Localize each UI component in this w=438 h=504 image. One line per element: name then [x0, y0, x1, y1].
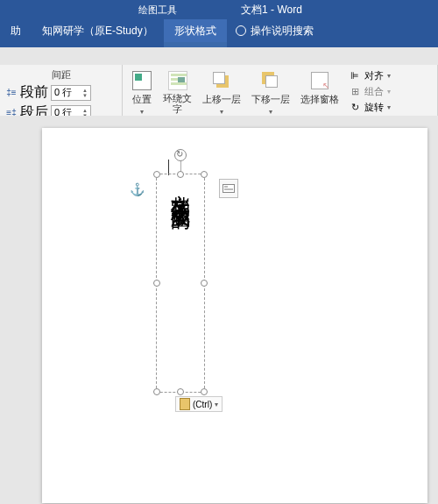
- bulb-icon: [236, 25, 246, 36]
- textbox-text[interactable]: 文档字体怎么变成竖的: [167, 180, 194, 197]
- resize-handle-bl[interactable]: [153, 388, 160, 395]
- group-icon: ⊞: [349, 86, 361, 98]
- rotate-label: 旋转: [364, 101, 384, 114]
- position-label: 位置: [132, 93, 152, 106]
- anchor-icon: ⚓: [130, 182, 145, 196]
- tab-shape-format[interactable]: 形状格式: [164, 19, 227, 42]
- wrap-icon: [168, 71, 187, 90]
- textbox[interactable]: 文档字体怎么变成竖的: [156, 174, 205, 393]
- resize-handle-l[interactable]: [153, 280, 160, 287]
- align-icon: ⊫: [349, 70, 361, 82]
- align-button[interactable]: ⊫ 对齐 ▾: [346, 68, 393, 83]
- selection-pane-icon: [311, 72, 328, 89]
- spacing-before-value: 0 行: [54, 86, 72, 99]
- bring-forward-icon: [213, 72, 230, 89]
- group-label-btn: 组合: [364, 85, 384, 98]
- layout-options-icon: [223, 184, 235, 193]
- group-button[interactable]: ⊞ 组合 ▾: [346, 84, 393, 99]
- window-title-main: 文档1 - Word: [241, 3, 302, 18]
- rotate-button[interactable]: ↻ 旋转 ▾: [346, 100, 393, 115]
- spacing-before-label: 段前: [20, 83, 48, 102]
- selection-pane-label: 选择窗格: [300, 93, 339, 106]
- resize-handle-b[interactable]: [177, 388, 184, 395]
- layout-options-button[interactable]: [219, 179, 238, 198]
- textbox-selection[interactable]: 文档字体怎么变成竖的: [156, 174, 205, 393]
- rotate-handle[interactable]: [174, 149, 187, 161]
- selection-pane-button[interactable]: 选择窗格: [297, 68, 343, 108]
- position-button[interactable]: 位置 ▾: [128, 68, 156, 117]
- document-canvas[interactable]: ⚓ 文档字体怎么变成竖的 (Ctrl) ▾: [0, 116, 438, 504]
- caret-icon-4: ▾: [269, 108, 272, 116]
- resize-handle-br[interactable]: [201, 388, 208, 395]
- caret-icon-5: ▾: [387, 72, 391, 80]
- caret-icon-6: ▾: [387, 88, 391, 96]
- resize-handle-tr[interactable]: [201, 171, 208, 178]
- spacing-before-input[interactable]: 0 行 ▲▼: [51, 85, 91, 101]
- wrap-label: 环绕文 字: [163, 93, 192, 114]
- caret-icon-3: ▾: [220, 108, 223, 116]
- caret-icon-paste: ▾: [215, 401, 218, 408]
- tell-me[interactable]: 操作说明搜索: [227, 19, 322, 42]
- position-icon: [132, 71, 152, 90]
- bring-forward-label: 上移一层: [202, 93, 241, 106]
- align-label: 对齐: [364, 69, 384, 82]
- rotate-icon: ↻: [349, 102, 361, 114]
- caret-icon-7: ▾: [387, 103, 391, 111]
- tab-help-vis[interactable]: 助: [0, 19, 32, 42]
- spinner-buttons[interactable]: ▲▼: [82, 88, 88, 98]
- spacing-before-icon: ‡≡: [5, 87, 18, 99]
- resize-handle-r[interactable]: [201, 280, 208, 287]
- tab-estudy-vis[interactable]: 知网研学（原E-Study）: [32, 19, 164, 42]
- page[interactable]: ⚓ 文档字体怎么变成竖的 (Ctrl) ▾: [42, 128, 427, 503]
- send-backward-button[interactable]: 下移一层 ▾: [248, 68, 293, 117]
- send-backward-icon: [262, 72, 279, 89]
- resize-handle-tl[interactable]: [153, 171, 160, 178]
- spacing-heading: 间距: [5, 68, 117, 82]
- contextual-tab-title: 绘图工具: [138, 4, 177, 17]
- send-backward-label: 下移一层: [251, 93, 290, 106]
- clipboard-icon: [180, 398, 190, 410]
- tell-me-text: 操作说明搜索: [251, 24, 314, 39]
- paste-options-button[interactable]: (Ctrl) ▾: [175, 396, 223, 412]
- bring-forward-button[interactable]: 上移一层 ▾: [199, 68, 244, 117]
- caret-icon: ▾: [140, 108, 144, 116]
- resize-handle-t[interactable]: [177, 171, 184, 178]
- paste-options-label: (Ctrl): [193, 400, 212, 409]
